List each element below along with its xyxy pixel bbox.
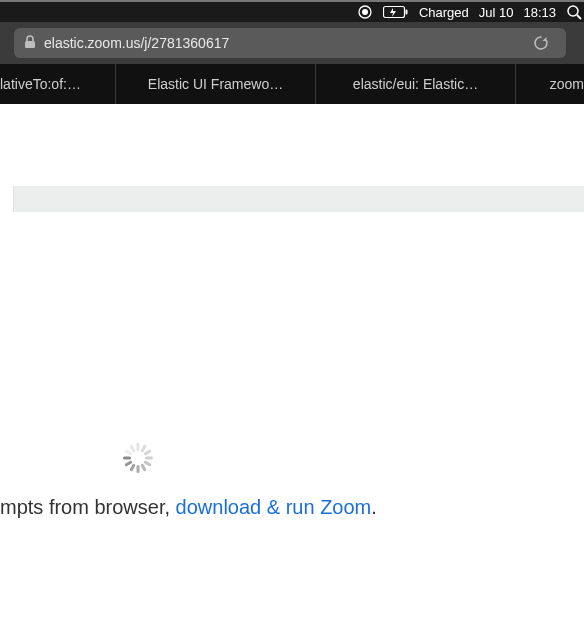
svg-point-4 (568, 6, 578, 16)
secondary-bar (0, 186, 584, 212)
prompt-text-prefix: mpts from browser, (0, 496, 176, 518)
bookmark-item[interactable]: lativeTo:of:… (0, 64, 116, 104)
svg-line-5 (577, 15, 581, 19)
bookmark-item[interactable]: elastic/eui: Elastic… (316, 64, 516, 104)
bookmark-item[interactable]: Elastic UI Framewo… (116, 64, 316, 104)
menubar-date[interactable]: Jul 10 (479, 5, 514, 20)
prompt-text-suffix: . (371, 496, 377, 518)
active-subtab-indicator (0, 186, 14, 212)
download-run-zoom-link[interactable]: download & run Zoom (176, 496, 372, 518)
svg-rect-6 (25, 41, 35, 48)
svg-rect-3 (405, 10, 407, 15)
menubar-time[interactable]: 18:13 (523, 5, 556, 20)
bookmark-item[interactable]: zoom (516, 64, 584, 104)
battery-status-text: Charged (419, 5, 469, 20)
reload-button[interactable] (526, 28, 556, 58)
macos-menubar: Charged Jul 10 18:13 (0, 0, 584, 22)
battery-icon[interactable] (383, 5, 409, 19)
loading-spinner-icon (123, 443, 153, 473)
zoom-launch-prompt: mpts from browser, download & run Zoom. (0, 496, 377, 519)
page-content: mpts from browser, download & run Zoom. (0, 104, 584, 618)
spotlight-icon[interactable] (566, 4, 582, 20)
bookmark-label: Elastic UI Framewo… (148, 76, 283, 92)
bookmarks-bar: lativeTo:of:… Elastic UI Framewo… elasti… (0, 64, 584, 104)
bookmark-label: elastic/eui: Elastic… (353, 76, 478, 92)
browser-toolbar: elastic.zoom.us/j/2781360617 (0, 22, 584, 64)
bookmark-label: lativeTo:of:… (0, 76, 81, 92)
screen-record-icon[interactable] (357, 4, 373, 20)
address-bar-url: elastic.zoom.us/j/2781360617 (44, 35, 229, 51)
svg-point-1 (362, 9, 368, 15)
address-bar[interactable]: elastic.zoom.us/j/2781360617 (14, 28, 566, 58)
bookmark-label: zoom (550, 76, 584, 92)
lock-icon (24, 35, 36, 52)
